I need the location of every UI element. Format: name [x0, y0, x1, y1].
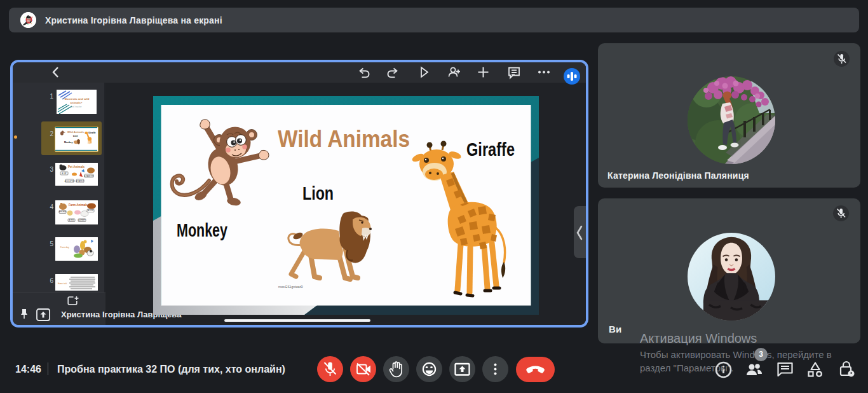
svg-text:A PARROT: A PARROT [76, 180, 85, 183]
svg-text:A SHEEP: A SHEEP [78, 219, 85, 221]
svg-text:prof. teacher: prof. teacher [71, 106, 82, 108]
svg-text:Monkey: Monkey [64, 141, 72, 144]
svg-text:Lion: Lion [73, 135, 78, 137]
svg-text:Farm Animals: Farm Animals [69, 203, 88, 207]
svg-text:Pet Animals: Pet Animals [68, 165, 85, 169]
svg-text:animals»: animals» [71, 101, 83, 104]
svg-text:A HEN: A HEN [69, 219, 74, 221]
svg-text:«Domestic and wild: «Domestic and wild [64, 97, 90, 100]
svg-text:Home task: Home task [58, 282, 67, 285]
svg-text:Giraffe: Giraffe [88, 132, 96, 134]
svg-text:A HAMSTER: A HAMSTER [85, 175, 94, 177]
svg-text:Wild Animals: Wild Animals [67, 130, 85, 134]
svg-text:A GOLDFISH: A GOLDFISH [65, 180, 75, 183]
svg-text:A HORSE: A HORSE [59, 210, 67, 213]
svg-text:A COW: A COW [88, 209, 93, 212]
svg-text:Farm dog: Farm dog [60, 246, 69, 249]
svg-text:A CAT: A CAT [62, 172, 67, 175]
